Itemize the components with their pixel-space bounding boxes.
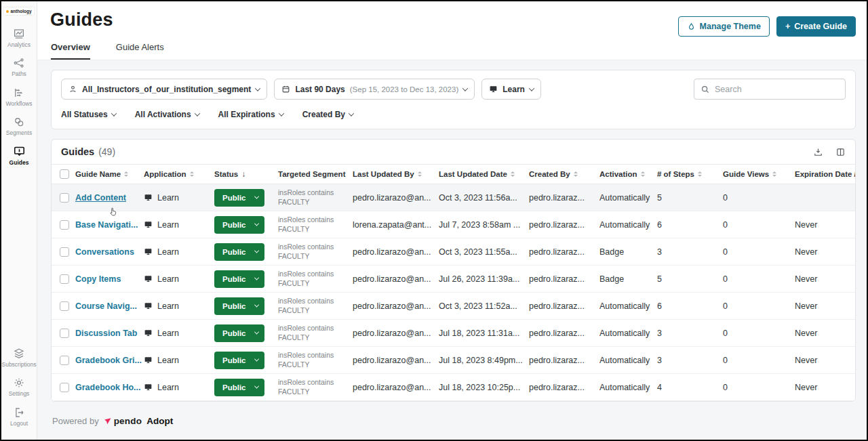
monitor-icon	[144, 329, 153, 337]
select-all-checkbox[interactable]	[60, 169, 69, 179]
table-row[interactable]: Copy Items Learn Public insRoles contain…	[52, 266, 855, 293]
table-row[interactable]: Gradebook Gri... Learn Public insRoles c…	[52, 347, 855, 374]
column-header-guide-views[interactable]: Guide Views	[723, 170, 795, 178]
activation-filter[interactable]: All Activations	[135, 110, 199, 119]
sidebar-item-settings[interactable]: Settings	[3, 377, 35, 397]
last-updated-date: Jul 7, 2023 8:58am ...	[439, 220, 529, 230]
column-header-created-by[interactable]: Created By	[529, 170, 599, 178]
table-header-row: Guide Name Application Status↓ Targeted …	[52, 164, 855, 184]
tab-bar: Overview Guide Alerts	[51, 42, 164, 60]
status-dropdown[interactable]: Public	[214, 352, 264, 369]
last-updated-date: Oct 3, 2023 11:52a...	[439, 301, 529, 311]
search-icon	[701, 85, 710, 94]
expiration-value: Never	[795, 247, 817, 257]
status-dropdown[interactable]: Public	[214, 270, 264, 288]
column-header-application[interactable]: Application	[144, 170, 214, 178]
search-input[interactable]	[715, 85, 839, 94]
status-dropdown[interactable]: Public	[214, 243, 264, 261]
status-dropdown[interactable]: Public	[214, 379, 264, 396]
table-row[interactable]: Base Navigati... Learn Public insRoles c…	[52, 211, 855, 238]
column-header-expiration-date[interactable]: Expiration Date / T	[795, 170, 855, 178]
expiration-cell: Never	[795, 220, 855, 230]
guide-name-link[interactable]: Add Content	[75, 193, 126, 203]
sidebar-item-paths[interactable]: Paths	[3, 57, 35, 77]
table-row[interactable]: Course Navig... Learn Public insRoles co…	[52, 293, 855, 320]
status-dropdown[interactable]: Public	[214, 189, 264, 207]
app-filter[interactable]: Learn	[481, 79, 541, 100]
table-body: Add Content Learn Public insRoles contai…	[52, 184, 855, 401]
monitor-icon	[489, 85, 498, 93]
row-checkbox[interactable]	[60, 193, 69, 203]
row-checkbox[interactable]	[60, 247, 69, 257]
monitor-icon	[144, 193, 153, 202]
footer: Powered by pendo Adopt	[51, 402, 856, 432]
steps-count: 4	[657, 383, 723, 392]
expiration-cell: Never	[795, 301, 855, 311]
row-checkbox[interactable]	[60, 329, 69, 338]
expiration-value: Never	[795, 329, 817, 338]
sidebar-item-workflows[interactable]: Workflows	[3, 87, 35, 107]
row-checkbox[interactable]	[60, 301, 69, 311]
main-area: Guides Overview Guide Alerts Manage Them…	[37, 1, 867, 440]
download-icon[interactable]	[813, 147, 823, 157]
status-filter[interactable]: All Statuses	[61, 110, 116, 119]
table-title: Guides	[61, 146, 94, 157]
sidebar-item-guides[interactable]: Guides	[3, 145, 35, 166]
expiration-cell: Never	[795, 247, 855, 257]
row-checkbox[interactable]	[60, 220, 69, 230]
column-header-steps[interactable]: # of Steps	[657, 170, 723, 178]
chevron-down-icon	[254, 384, 259, 389]
guide-views-count: 0	[723, 383, 795, 392]
column-header-activation[interactable]: Activation	[599, 170, 657, 178]
calendar-icon	[281, 85, 290, 93]
table-row[interactable]: Conversations Learn Public insRoles cont…	[52, 238, 855, 266]
sidebar-item-segments[interactable]: Segments	[3, 116, 35, 136]
targeted-segment: insRoles containsFACULTY	[278, 297, 353, 315]
created-by-filter[interactable]: Created By	[302, 110, 353, 119]
sidebar-item-analytics[interactable]: Analytics	[3, 28, 35, 48]
activation: Automatically	[599, 329, 657, 338]
create-guide-button[interactable]: + Create Guide	[776, 16, 856, 37]
expiration-filter[interactable]: All Expirations	[218, 110, 283, 119]
status-dropdown[interactable]: Public	[214, 297, 264, 315]
column-header-last-updated-by[interactable]: Last Updated By	[353, 170, 439, 178]
row-checkbox[interactable]	[60, 383, 69, 392]
sidebar-item-subscriptions[interactable]: Subscriptions	[3, 348, 35, 368]
tab-guide-alerts[interactable]: Guide Alerts	[116, 42, 164, 60]
mouse-cursor-hand	[108, 207, 118, 217]
guide-views-count: 0	[723, 193, 795, 203]
guide-name-link[interactable]: Course Navig...	[75, 301, 137, 311]
guide-views-count: 0	[723, 356, 795, 365]
date-range-filter[interactable]: Last 90 Days (Sep 15, 2023 to Dec 13, 20…	[274, 79, 475, 100]
table-row[interactable]: Discussion Tab Learn Public insRoles con…	[52, 320, 855, 347]
chevron-down-icon	[278, 110, 283, 116]
manage-columns-icon[interactable]	[835, 147, 846, 157]
column-header-targeted-segment[interactable]: Targeted Segment	[278, 170, 353, 178]
tab-overview[interactable]: Overview	[51, 42, 90, 60]
guide-views-count: 0	[723, 247, 795, 257]
table-row[interactable]: Add Content Learn Public insRoles contai…	[52, 184, 855, 211]
guide-name-link[interactable]: Discussion Tab	[75, 329, 137, 338]
segment-filter[interactable]: All_Instructors_of_our_institution_segme…	[61, 79, 267, 100]
column-header-guide-name[interactable]: Guide Name	[75, 170, 144, 178]
guide-name-link[interactable]: Conversations	[75, 247, 134, 257]
activation: Automatically	[599, 193, 657, 203]
guide-name-link[interactable]: Gradebook Ho...	[75, 383, 141, 392]
powered-by-label: Powered by	[52, 416, 99, 426]
chevron-down-icon	[349, 110, 354, 116]
status-dropdown[interactable]: Public	[214, 324, 264, 342]
app-window: anthology Analytics Paths Workflows Segm…	[0, 0, 868, 441]
guide-name-link[interactable]: Gradebook Gri...	[75, 356, 142, 365]
manage-theme-button[interactable]: Manage Theme	[678, 16, 770, 37]
sidebar-item-logout[interactable]: Logout	[3, 406, 35, 427]
guide-name-link[interactable]: Copy Items	[75, 274, 121, 284]
header-actions: Manage Theme + Create Guide	[678, 16, 856, 37]
row-checkbox[interactable]	[60, 274, 69, 284]
table-row[interactable]: Gradebook Ho... Learn Public insRoles co…	[52, 374, 855, 401]
row-checkbox[interactable]	[60, 356, 69, 365]
guide-name-link[interactable]: Base Navigati...	[75, 220, 138, 230]
column-header-status[interactable]: Status↓	[214, 169, 278, 179]
status-dropdown[interactable]: Public	[214, 216, 264, 234]
monitor-icon	[144, 220, 153, 229]
column-header-last-updated-date[interactable]: Last Updated Date	[439, 170, 529, 178]
